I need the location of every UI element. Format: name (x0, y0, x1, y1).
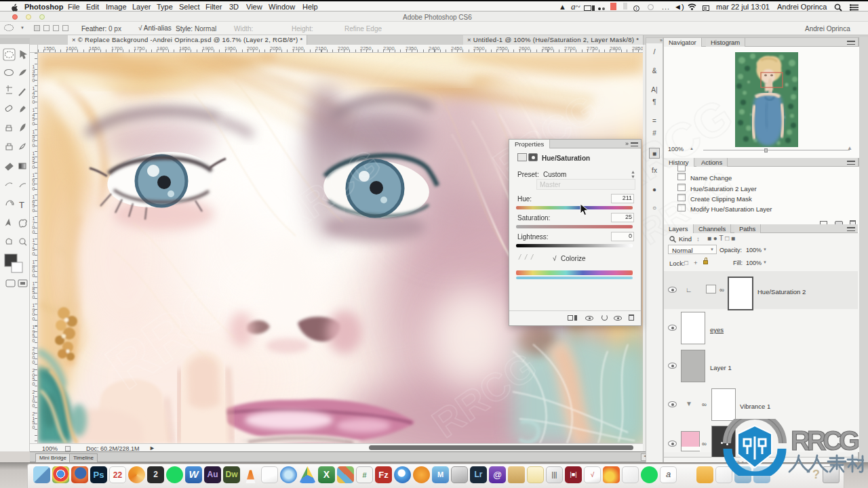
svg-text:T: T (19, 200, 24, 210)
svg-text:RRCG: RRCG (791, 426, 860, 455)
